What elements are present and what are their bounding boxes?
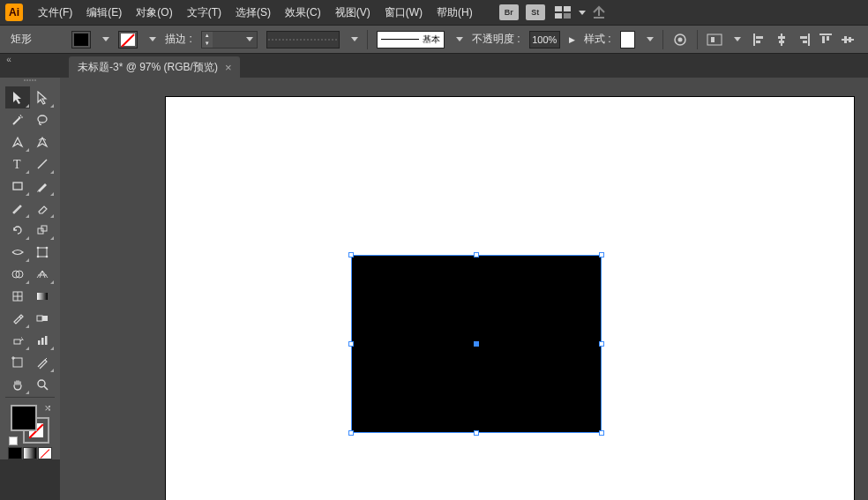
resize-handle-tr[interactable] [599, 252, 604, 257]
stroke-weight-value[interactable] [213, 32, 243, 48]
menu-type[interactable]: 文字(T) [181, 2, 228, 24]
chevron-down-icon[interactable] [149, 37, 156, 41]
rotate-tool[interactable] [5, 219, 30, 241]
width-tool[interactable] [5, 241, 30, 263]
default-fill-stroke-icon[interactable] [9, 437, 18, 445]
opacity-field[interactable]: 100% [529, 31, 560, 49]
document-tab[interactable]: 未标题-3* @ 97% (RGB/预览) × [69, 56, 240, 78]
color-mode-gradient[interactable] [23, 447, 37, 459]
chevron-down-icon[interactable] [102, 37, 109, 41]
mesh-tool[interactable] [5, 285, 30, 307]
resize-handle-mr[interactable] [599, 341, 604, 347]
menu-view[interactable]: 视图(V) [329, 2, 377, 24]
eyedropper-tool[interactable] [5, 307, 30, 329]
eraser-tool[interactable] [30, 197, 55, 219]
sync-settings-icon[interactable] [591, 5, 607, 19]
menu-effect[interactable]: 效果(C) [279, 2, 327, 24]
chevron-down-icon[interactable] [246, 37, 253, 41]
graphic-style-swatch[interactable] [620, 31, 635, 49]
align-right-icon[interactable] [794, 30, 813, 49]
align-to-selection-icon[interactable] [707, 30, 722, 49]
recolor-artwork-icon[interactable] [671, 30, 687, 49]
selected-rectangle[interactable] [348, 252, 604, 436]
resize-handle-br[interactable] [599, 430, 604, 436]
blend-tool[interactable] [30, 307, 55, 329]
stroke-label: 描边 : [165, 32, 192, 47]
stroke-swatch[interactable] [118, 31, 138, 49]
stroke-weight-field[interactable]: ▲▼ [201, 31, 258, 49]
svg-rect-14 [779, 41, 784, 43]
align-hcenter-icon[interactable] [772, 30, 791, 49]
menu-edit[interactable]: 编辑(E) [80, 2, 128, 24]
pen-tool[interactable] [5, 131, 30, 153]
svg-rect-28 [13, 183, 22, 190]
lasso-tool[interactable] [30, 108, 55, 131]
fill-stroke-indicator[interactable]: ⤭ [9, 403, 51, 445]
menu-select[interactable]: 选择(S) [229, 2, 277, 24]
gradient-tool[interactable] [30, 285, 55, 307]
fill-swatch[interactable] [71, 31, 91, 49]
type-tool[interactable]: T [5, 153, 30, 175]
direct-selection-tool[interactable] [30, 86, 55, 108]
symbol-sprayer-tool[interactable] [5, 329, 30, 351]
svg-point-35 [46, 255, 49, 257]
spin-up[interactable]: ▲ [202, 32, 213, 40]
slice-tool[interactable] [30, 351, 55, 373]
panel-grip[interactable] [13, 79, 47, 85]
curvature-tool[interactable] [30, 131, 55, 153]
resize-handle-bl[interactable] [348, 430, 354, 436]
perspective-grid-tool[interactable] [30, 263, 55, 285]
free-transform-tool[interactable] [30, 241, 55, 263]
stroke-profile-dropdown[interactable] [266, 31, 340, 49]
color-mode-none[interactable] [38, 447, 52, 459]
shape-builder-tool[interactable] [5, 263, 30, 285]
magic-wand-tool[interactable] [5, 108, 30, 131]
close-icon[interactable]: × [225, 61, 232, 74]
selection-center-icon[interactable] [474, 341, 479, 347]
chevron-down-icon[interactable] [351, 37, 358, 41]
line-segment-tool[interactable] [30, 153, 55, 175]
align-buttons-group [750, 30, 857, 49]
hand-tool[interactable] [5, 373, 30, 395]
menu-help[interactable]: 帮助(H) [430, 2, 479, 24]
brush-name: 基本 [423, 34, 440, 46]
menu-window[interactable]: 窗口(W) [378, 2, 429, 24]
resize-handle-bm[interactable] [474, 430, 479, 436]
bridge-badge[interactable]: Br [499, 4, 519, 20]
collapse-panels-icon[interactable]: « [4, 54, 14, 64]
rectangle-tool[interactable] [5, 175, 30, 197]
pencil-tool[interactable] [5, 197, 30, 219]
resize-handle-tm[interactable] [474, 252, 479, 257]
swap-fill-stroke-icon[interactable]: ⤭ [44, 403, 51, 413]
spin-down[interactable]: ▼ [202, 40, 213, 48]
resize-handle-tl[interactable] [348, 252, 354, 257]
arrange-documents-icon[interactable] [555, 6, 571, 19]
brush-definition-dropdown[interactable]: 基本 [377, 31, 445, 49]
svg-point-33 [46, 246, 49, 249]
menu-object[interactable]: 对象(O) [130, 2, 178, 24]
zoom-tool[interactable] [30, 373, 55, 395]
chevron-down-icon[interactable] [734, 37, 741, 41]
chevron-down-icon[interactable] [579, 11, 586, 15]
opacity-slider-toggle[interactable]: ▶ [569, 35, 575, 44]
chevron-down-icon[interactable] [456, 37, 463, 41]
fill-indicator[interactable] [11, 405, 37, 431]
selection-tool[interactable] [5, 86, 30, 108]
document-tab-title: 未标题-3* @ 97% (RGB/预览) [78, 60, 218, 75]
artboard-tool[interactable] [5, 351, 30, 373]
stock-badge[interactable]: St [526, 4, 545, 20]
svg-rect-0 [555, 6, 562, 11]
chevron-down-icon[interactable] [647, 37, 654, 41]
app-logo: Ai [5, 4, 23, 21]
resize-handle-ml[interactable] [348, 341, 354, 347]
align-left-icon[interactable] [750, 30, 769, 49]
work-area[interactable] [60, 78, 868, 500]
align-vcenter-icon[interactable] [838, 30, 857, 49]
paintbrush-tool[interactable] [30, 175, 55, 197]
svg-rect-19 [822, 36, 825, 43]
column-graph-tool[interactable] [30, 329, 55, 351]
color-mode-solid[interactable] [8, 447, 22, 459]
scale-tool[interactable] [30, 219, 55, 241]
align-top-icon[interactable] [816, 30, 835, 49]
menu-file[interactable]: 文件(F) [32, 2, 79, 24]
